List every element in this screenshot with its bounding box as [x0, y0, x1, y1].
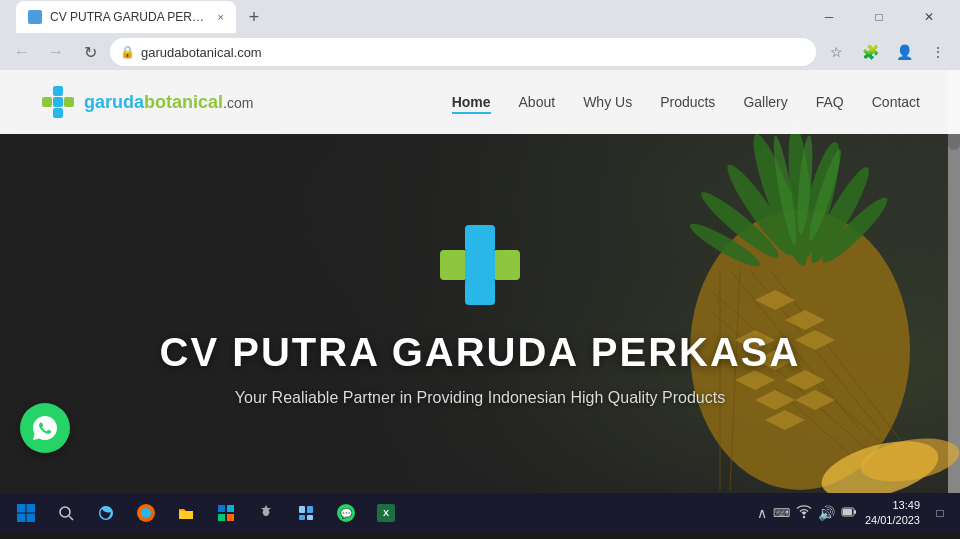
taskbar-wa-button[interactable]: 💬: [328, 495, 364, 531]
whatsapp-icon: [31, 414, 59, 442]
firefox-icon: [137, 504, 155, 522]
svg-rect-59: [854, 510, 856, 514]
hero-logo-icon: [435, 220, 525, 310]
svg-rect-48: [218, 505, 225, 512]
menu-button[interactable]: ⋮: [924, 38, 952, 66]
taskbar-search-button[interactable]: [48, 495, 84, 531]
forward-button[interactable]: →: [42, 38, 70, 66]
taskbar-excel-button[interactable]: X: [368, 495, 404, 531]
windows-logo-icon: [16, 503, 36, 523]
nav-products[interactable]: Products: [660, 94, 715, 110]
svg-line-47: [69, 516, 73, 520]
start-button[interactable]: [8, 495, 44, 531]
svg-rect-56: [307, 515, 313, 520]
svg-rect-44: [17, 514, 26, 523]
svg-rect-51: [227, 514, 234, 521]
extensions-button[interactable]: 🧩: [856, 38, 884, 66]
svg-rect-50: [218, 514, 225, 521]
svg-point-46: [60, 507, 70, 517]
svg-rect-36: [53, 97, 63, 107]
back-button[interactable]: ←: [8, 38, 36, 66]
file-explorer-icon: [297, 504, 315, 522]
clock-time: 13:49: [892, 498, 920, 513]
lock-icon: 🔒: [120, 45, 135, 59]
svg-rect-60: [843, 509, 852, 515]
system-tray: ∧ ⌨ 🔊 13:49 24/01/2023: [757, 495, 952, 531]
clock-date: 24/01/2023: [865, 513, 920, 528]
tab-favicon: [28, 10, 42, 24]
navbar: garudabotanical.com Home About Why Us Pr…: [0, 70, 960, 134]
svg-rect-55: [299, 515, 305, 520]
taskbar: 💬 X ∧ ⌨ 🔊: [0, 493, 960, 533]
svg-rect-37: [465, 225, 495, 252]
logo-icon: [40, 84, 76, 120]
system-clock[interactable]: 13:49 24/01/2023: [865, 498, 920, 529]
nav-gallery[interactable]: Gallery: [743, 94, 787, 110]
battery-icon: [841, 506, 857, 518]
excel-icon: X: [377, 504, 395, 522]
svg-rect-43: [27, 504, 36, 513]
svg-rect-32: [53, 86, 63, 96]
svg-rect-38: [465, 278, 495, 305]
svg-rect-35: [64, 97, 74, 107]
bookmark-button[interactable]: ☆: [822, 38, 850, 66]
nav-home[interactable]: Home: [452, 94, 491, 110]
tray-battery-icon[interactable]: [841, 505, 857, 521]
tab-bar: CV PUTRA GARUDA PERKASA - × +: [8, 0, 802, 35]
nav-links: Home About Why Us Products Gallery FAQ C…: [452, 94, 920, 110]
webpage: garudabotanical.com Home About Why Us Pr…: [0, 70, 960, 493]
store-icon: [217, 504, 235, 522]
svg-rect-45: [27, 514, 36, 523]
address-box[interactable]: 🔒 garudabotanical.com: [110, 38, 816, 66]
taskbar-settings-button[interactable]: [248, 495, 284, 531]
search-icon: [57, 504, 75, 522]
folder-icon: [177, 504, 195, 522]
active-tab[interactable]: CV PUTRA GARUDA PERKASA - ×: [16, 1, 236, 33]
hero-subtitle: Your Realiable Partner in Providing Indo…: [235, 389, 725, 407]
tray-wifi-icon[interactable]: [796, 505, 812, 522]
svg-rect-33: [53, 108, 63, 118]
new-tab-button[interactable]: +: [240, 3, 268, 31]
logo-text: garudabotanical.com: [84, 92, 253, 113]
svg-point-52: [263, 510, 269, 516]
nav-faq[interactable]: FAQ: [816, 94, 844, 110]
whatsapp-button[interactable]: [20, 403, 70, 453]
hero-title: CV PUTRA GARUDA PERKASA: [160, 330, 801, 375]
taskbar-files2-button[interactable]: [288, 495, 324, 531]
hero-content: CV PUTRA GARUDA PERKASA Your Realiable P…: [0, 134, 960, 493]
taskbar-store-button[interactable]: [208, 495, 244, 531]
taskbar-firefox-button[interactable]: [128, 495, 164, 531]
logo-com: .com: [223, 95, 253, 111]
window-controls: ─ □ ✕: [806, 0, 952, 34]
taskbar-edge-button[interactable]: [88, 495, 124, 531]
wifi-icon: [796, 505, 812, 519]
tray-chevron-icon[interactable]: ∧: [757, 505, 767, 521]
edge-icon: [97, 504, 115, 522]
svg-rect-54: [307, 506, 313, 513]
logo-botanical: botanical: [144, 92, 223, 112]
svg-rect-53: [299, 506, 305, 513]
nav-about[interactable]: About: [519, 94, 556, 110]
close-button[interactable]: ✕: [906, 0, 952, 34]
logo[interactable]: garudabotanical.com: [40, 84, 253, 120]
address-bar-row: ← → ↻ 🔒 garudabotanical.com ☆ 🧩 👤 ⋮: [0, 34, 960, 70]
svg-point-57: [803, 515, 805, 517]
browser-chrome: CV PUTRA GARUDA PERKASA - × + ─ □ ✕ ← → …: [0, 0, 960, 70]
url-text: garudabotanical.com: [141, 45, 806, 60]
minimize-button[interactable]: ─: [806, 0, 852, 34]
tab-close-button[interactable]: ×: [218, 11, 224, 23]
tray-keyboard-icon[interactable]: ⌨: [773, 506, 790, 520]
svg-rect-34: [42, 97, 52, 107]
taskbar-files-button[interactable]: [168, 495, 204, 531]
tray-sound-icon[interactable]: 🔊: [818, 505, 835, 521]
whatsapp-taskbar-icon: 💬: [337, 504, 355, 522]
notification-button[interactable]: □: [928, 495, 952, 531]
refresh-button[interactable]: ↻: [76, 38, 104, 66]
svg-rect-42: [17, 504, 26, 513]
svg-rect-39: [440, 250, 467, 280]
profile-button[interactable]: 👤: [890, 38, 918, 66]
maximize-button[interactable]: □: [856, 0, 902, 34]
nav-why-us[interactable]: Why Us: [583, 94, 632, 110]
nav-contact[interactable]: Contact: [872, 94, 920, 110]
tray-icons: ∧ ⌨ 🔊: [757, 505, 857, 522]
